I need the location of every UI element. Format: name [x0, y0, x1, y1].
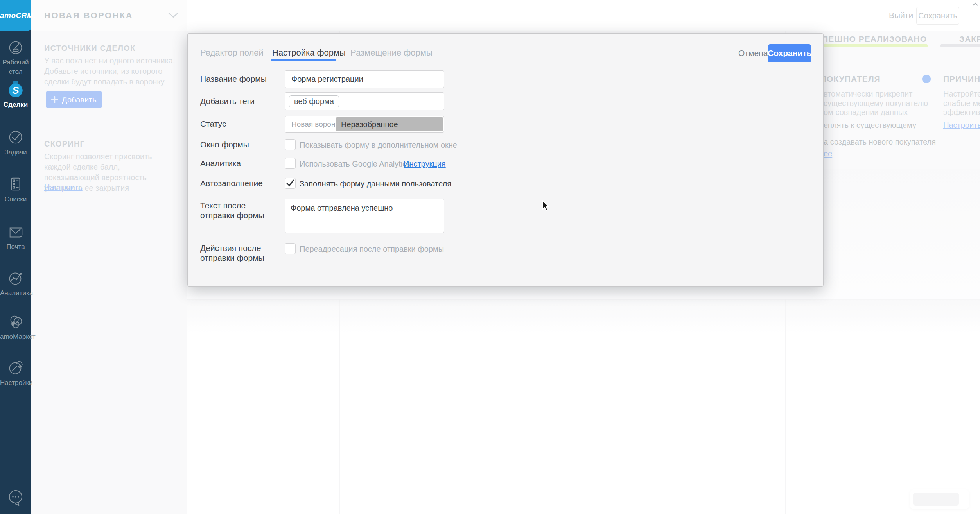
status-selector[interactable]: Новая воронка Неразобранное	[285, 116, 444, 133]
sidebar-item-tasks[interactable]: Задачи	[0, 128, 31, 157]
tab-form-settings[interactable]: Настройка формы	[272, 48, 346, 58]
sidebar-item-market[interactable]: amoМаркет	[0, 313, 31, 342]
status-stage-value: Неразобранное	[336, 117, 443, 131]
sidebar-item-label: Аналитика	[0, 288, 31, 298]
redirect-option[interactable]: Переадресация после отправки формы	[300, 245, 444, 254]
sidebar-item-label: Сделки	[0, 100, 31, 109]
svg-text:S: S	[12, 84, 19, 96]
sidebar-item-label: amoМаркет	[0, 332, 31, 342]
analytics-instruction-link[interactable]: Инструкция	[404, 159, 446, 168]
tags-input[interactable]: веб форма	[285, 92, 444, 110]
form-window-label: Окно формы	[200, 140, 276, 149]
tasks-icon	[7, 128, 25, 146]
mail-icon	[7, 223, 25, 241]
status-pipeline-value: Новая воронка	[291, 116, 343, 132]
sidebar-item-label: Задачи	[0, 148, 31, 157]
actions-label: Действия после отправки формы	[200, 243, 276, 263]
analytics-icon	[7, 269, 25, 287]
sidebar-item-mail[interactable]: Почта	[0, 223, 31, 252]
lists-icon	[7, 175, 25, 193]
analytics-label: Аналитика	[200, 158, 276, 168]
status-label: Статус	[200, 119, 276, 129]
dashboard-icon	[7, 38, 25, 56]
sidebar-item-label: Почта	[0, 242, 31, 252]
form-name-input[interactable]	[285, 70, 444, 88]
checkmark-icon	[285, 179, 295, 188]
tags-label: Добавить теги	[200, 96, 276, 106]
sidebar-item-settings[interactable]: Настройки	[0, 359, 31, 388]
autofill-option[interactable]: Заполнять форму данными пользователя	[300, 179, 451, 188]
success-text-label: Текст после отправки формы	[200, 201, 276, 220]
autofill-checkbox[interactable]	[285, 178, 296, 189]
form-window-option[interactable]: Показывать форму в дополнительном окне	[300, 141, 457, 150]
sidebar-item-dashboard[interactable]: Рабочий стол	[0, 38, 31, 77]
sidebar-item-label: Рабочий стол	[0, 58, 31, 77]
save-button[interactable]: Сохранить	[768, 44, 811, 62]
form-settings-modal: Редактор полей Настройка формы Размещени…	[187, 33, 824, 287]
redirect-checkbox[interactable]	[285, 243, 296, 254]
settings-icon	[7, 359, 25, 377]
tab-form-placement[interactable]: Размещение формы	[350, 48, 433, 58]
market-icon	[7, 313, 25, 331]
autofill-label: Автозаполнение	[200, 178, 276, 188]
amocrm-logo[interactable]: amoCRM.	[0, 0, 31, 31]
tag-chip[interactable]: веб форма	[289, 95, 339, 107]
cancel-button[interactable]: Отмена	[738, 48, 768, 58]
sidebar-item-label: Списки	[0, 195, 31, 204]
sidebar-item-analytics[interactable]: Аналитика	[0, 269, 31, 298]
active-tab-underline	[271, 59, 336, 61]
analytics-checkbox[interactable]	[285, 158, 296, 169]
scroll-up-icon[interactable]	[972, 2, 978, 6]
app-sidebar: amoCRM. Рабочий стол S Сделки Задачи Спи…	[0, 0, 31, 514]
tab-baseline	[200, 61, 486, 61]
sidebar-item-label: Настройки	[0, 378, 31, 388]
support-chat-icon[interactable]	[6, 488, 25, 507]
tab-field-editor[interactable]: Редактор полей	[200, 48, 264, 58]
analytics-option[interactable]: Использовать Google Analytics	[300, 159, 410, 168]
mouse-cursor	[542, 200, 551, 212]
form-window-checkbox[interactable]	[285, 139, 296, 150]
deals-icon: S	[6, 79, 25, 99]
sidebar-item-lists[interactable]: Списки	[0, 175, 31, 204]
success-text-area[interactable]: Форма отправлена успешно	[285, 199, 444, 233]
sidebar-item-deals[interactable]: S Сделки	[0, 79, 31, 109]
form-name-label: Название формы	[200, 74, 276, 84]
